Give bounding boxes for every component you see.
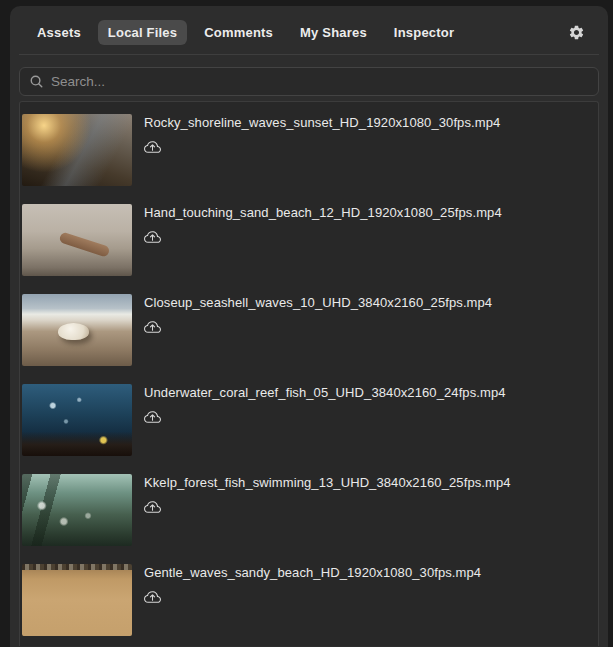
gear-icon xyxy=(568,24,585,41)
cloud-upload-icon xyxy=(144,229,161,246)
tab-assets[interactable]: Assets xyxy=(27,20,91,45)
file-name: Underwater_coral_reef_fish_05_UHD_3840x2… xyxy=(144,385,506,400)
file-row[interactable]: Rocky_shoreline_waves_sunset_HD_1920x108… xyxy=(22,114,588,186)
cloud-upload-icon xyxy=(144,409,161,426)
file-name: Hand_touching_sand_beach_12_HD_1920x1080… xyxy=(144,205,502,220)
file-row[interactable]: Gentle_waves_sandy_beach_HD_1920x1080_30… xyxy=(22,564,588,636)
upload-status-button[interactable] xyxy=(144,139,500,156)
thumbnail-sandy-beach-overhead xyxy=(22,564,132,636)
thumbnail-rocky-shoreline-sunset xyxy=(22,114,132,186)
settings-button[interactable] xyxy=(567,23,585,41)
thumbnail-seashell-on-beach xyxy=(22,294,132,366)
file-name: Kkelp_forest_fish_swimming_13_UHD_3840x2… xyxy=(144,475,511,490)
file-name: Closeup_seashell_waves_10_UHD_3840x2160_… xyxy=(144,295,492,310)
tabbar-divider xyxy=(19,54,599,55)
file-name: Rocky_shoreline_waves_sunset_HD_1920x108… xyxy=(144,115,500,130)
file-row[interactable]: Hand_touching_sand_beach_12_HD_1920x1080… xyxy=(22,204,588,276)
search-icon xyxy=(29,74,44,89)
media-panel: Assets Local Files Comments My Shares In… xyxy=(10,6,608,647)
file-name: Gentle_waves_sandy_beach_HD_1920x1080_30… xyxy=(144,565,481,580)
upload-status-button[interactable] xyxy=(144,589,481,606)
search-input[interactable] xyxy=(51,74,589,89)
upload-status-button[interactable] xyxy=(144,499,511,516)
tab-bar: Assets Local Files Comments My Shares In… xyxy=(19,6,599,45)
thumbnail-kelp-forest-fish xyxy=(22,474,132,546)
search-bar[interactable] xyxy=(19,67,599,96)
cloud-upload-icon xyxy=(144,319,161,336)
cloud-upload-icon xyxy=(144,499,161,516)
cloud-upload-icon xyxy=(144,589,161,606)
file-row[interactable]: Closeup_seashell_waves_10_UHD_3840x2160_… xyxy=(22,294,588,366)
tab-local-files[interactable]: Local Files xyxy=(98,20,187,45)
tab-comments[interactable]: Comments xyxy=(194,20,283,45)
thumbnail-underwater-coral-reef xyxy=(22,384,132,456)
upload-status-button[interactable] xyxy=(144,229,502,246)
tab-inspector[interactable]: Inspector xyxy=(384,20,464,45)
thumbnail-hand-touching-sand xyxy=(22,204,132,276)
upload-status-button[interactable] xyxy=(144,409,506,426)
tab-my-shares[interactable]: My Shares xyxy=(290,20,377,45)
file-row[interactable]: Underwater_coral_reef_fish_05_UHD_3840x2… xyxy=(22,384,588,456)
upload-status-button[interactable] xyxy=(144,319,492,336)
file-list: Rocky_shoreline_waves_sunset_HD_1920x108… xyxy=(19,101,599,646)
cloud-upload-icon xyxy=(144,139,161,156)
file-row[interactable]: Kkelp_forest_fish_swimming_13_UHD_3840x2… xyxy=(22,474,588,546)
